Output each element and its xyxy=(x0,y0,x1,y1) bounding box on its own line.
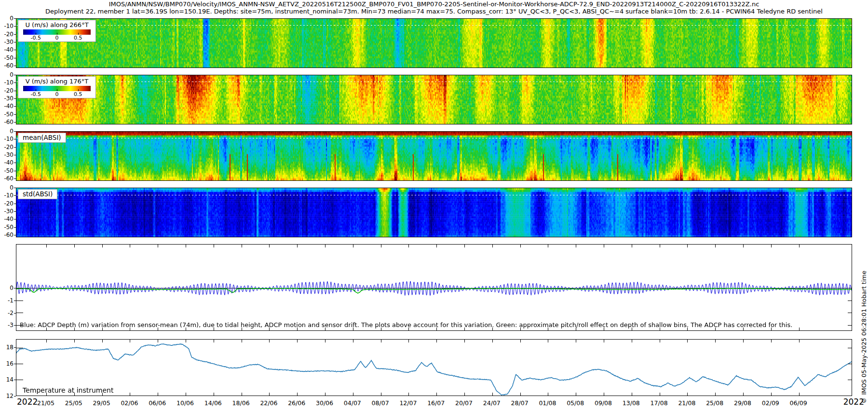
y-tick-mark xyxy=(14,122,16,123)
v-velocity-heatmap-canvas xyxy=(16,75,852,124)
y-tick-mark xyxy=(14,98,16,99)
figure-title-filename: IMOS/ANMN/NSW/BMP070/Velocity/IMOS_ANMN-… xyxy=(0,0,868,8)
y-tick-label: -30 xyxy=(0,207,14,215)
depth-variation-annotation: Blue: ADCP Depth (m) variation from sens… xyxy=(20,321,792,328)
x-tick-label: 24/07 xyxy=(478,399,505,407)
mean-absi-heatmap-canvas xyxy=(16,132,852,180)
y-tick-label: 14 xyxy=(0,376,14,383)
y-tick-mark xyxy=(14,219,16,219)
imos-timestamp-watermark: © IMOS 05-May-2025 06:28:01 Hobart time xyxy=(860,271,868,404)
y-tick-mark xyxy=(14,91,16,91)
y-tick-label: -50 xyxy=(0,110,14,118)
y-tick-mark xyxy=(14,66,16,66)
y-tick-label: -3 xyxy=(0,321,14,329)
y-tick-mark xyxy=(14,227,16,228)
y-tick-mark xyxy=(14,235,16,235)
y-tick-mark xyxy=(14,50,16,50)
y-tick-mark xyxy=(14,147,16,148)
y-tick-mark xyxy=(14,178,16,179)
x-tick-label: 06/09 xyxy=(785,399,812,407)
y-tick-label: -30 xyxy=(0,38,14,46)
x-tick-label: 29/05 xyxy=(88,399,115,407)
y-tick-label: 12 xyxy=(0,392,14,400)
colorbar-tick-label: 0.5 xyxy=(71,91,85,97)
y-tick-label: -10 xyxy=(0,79,14,86)
y-tick-mark xyxy=(14,195,16,196)
u-colorbar-legend: U (m/s) along 266°T -0.500.5 xyxy=(18,20,96,42)
colorbar-tick-label: -0.5 xyxy=(28,91,43,97)
y-tick-label: -10 xyxy=(0,22,14,30)
y-tick-mark xyxy=(14,139,16,139)
x-tick-label: 21/08 xyxy=(673,399,700,407)
x-tick-label: 10/06 xyxy=(172,399,199,407)
x-tick-label: 21/05 xyxy=(32,399,59,407)
x-tick-label: 18/06 xyxy=(228,399,255,407)
y-tick-mark xyxy=(14,211,16,212)
y-tick-label: -40 xyxy=(0,46,14,54)
panel-v-velocity-heatmap: V (m/s) along 176°T -0.500.5 xyxy=(16,75,852,124)
u-colorbar xyxy=(23,29,91,35)
y-tick-mark xyxy=(14,18,16,19)
y-tick-mark xyxy=(14,114,16,115)
y-tick-label: 0 xyxy=(0,284,14,292)
y-tick-mark xyxy=(14,396,16,396)
y-tick-label: -20 xyxy=(0,87,14,95)
panel-std-absi-heatmap: std(ABSI) xyxy=(16,188,852,237)
y-tick-mark xyxy=(14,155,16,155)
panel-depth-variation-lineplot: Blue: ADCP Depth (m) variation from sens… xyxy=(16,244,852,331)
y-tick-label: -60 xyxy=(0,62,14,69)
y-tick-mark xyxy=(14,131,16,132)
y-tick-label: 16 xyxy=(0,360,14,368)
y-tick-mark xyxy=(14,325,16,326)
x-tick-label: 26/06 xyxy=(283,399,310,407)
y-tick-label: -60 xyxy=(0,118,14,126)
y-tick-mark xyxy=(14,26,16,27)
y-tick-mark xyxy=(14,171,16,171)
v-legend-title: V (m/s) along 176°T xyxy=(18,78,95,85)
x-tick-label: 02/09 xyxy=(757,399,784,407)
y-tick-mark xyxy=(14,58,16,58)
x-tick-label: 25/05 xyxy=(60,399,87,407)
y-tick-mark xyxy=(14,347,16,348)
colorbar-tick-label: -0.5 xyxy=(28,35,43,41)
y-tick-label: -20 xyxy=(0,200,14,207)
y-tick-label: 0 xyxy=(0,127,14,135)
x-tick-label: 16/07 xyxy=(422,399,449,407)
y-tick-mark xyxy=(14,163,16,163)
depth-variation-canvas xyxy=(16,245,852,330)
y-tick-label: -20 xyxy=(0,30,14,38)
y-tick-label: -2 xyxy=(0,309,14,317)
x-tick-label: 01/08 xyxy=(534,399,561,407)
y-tick-label: -50 xyxy=(0,54,14,62)
temperature-canvas xyxy=(16,340,852,396)
colorbar-tick-label: 0.5 xyxy=(71,35,85,41)
y-tick-label: 18 xyxy=(0,343,14,351)
colorbar-tick-label: 0 xyxy=(50,91,64,97)
adcp-summary-figure: IMOS/ANMN/NSW/BMP070/Velocity/IMOS_ANMN-… xyxy=(0,0,868,410)
figure-subtitle-deployment: Deployment 22, member 1 lat=36.19S lon=1… xyxy=(0,8,868,15)
x-tick-label: 12/07 xyxy=(394,399,421,407)
y-tick-mark xyxy=(14,380,16,380)
x-tick-label: 08/07 xyxy=(367,399,394,407)
panel-temperature-lineplot: Temperature at instrument xyxy=(16,339,852,396)
v-colorbar-legend: V (m/s) along 176°T -0.500.5 xyxy=(18,76,96,98)
u-velocity-heatmap-canvas xyxy=(16,19,852,68)
y-tick-label: -40 xyxy=(0,159,14,166)
colorbar-tick-label: 0 xyxy=(50,35,64,41)
panel-mean-absi-heatmap: mean(ABSI) xyxy=(16,131,852,181)
y-tick-label: -50 xyxy=(0,223,14,231)
y-tick-label: 0 xyxy=(0,71,14,79)
y-tick-label: -30 xyxy=(0,151,14,159)
y-tick-mark xyxy=(14,42,16,42)
y-tick-label: -40 xyxy=(0,215,14,223)
x-tick-label: 06/06 xyxy=(144,399,171,407)
mean-absi-label: mean(ABSI) xyxy=(18,133,66,143)
x-tick-label: 14/06 xyxy=(200,399,227,407)
x-tick-label: 17/08 xyxy=(646,399,673,407)
y-tick-mark xyxy=(14,288,16,288)
u-legend-title: U (m/s) along 266°T xyxy=(18,21,95,28)
y-tick-label: -1 xyxy=(0,297,14,304)
y-tick-label: -60 xyxy=(0,175,14,182)
x-tick-label: 22/06 xyxy=(255,399,282,407)
v-colorbar-tick-labels: -0.500.5 xyxy=(23,91,91,97)
